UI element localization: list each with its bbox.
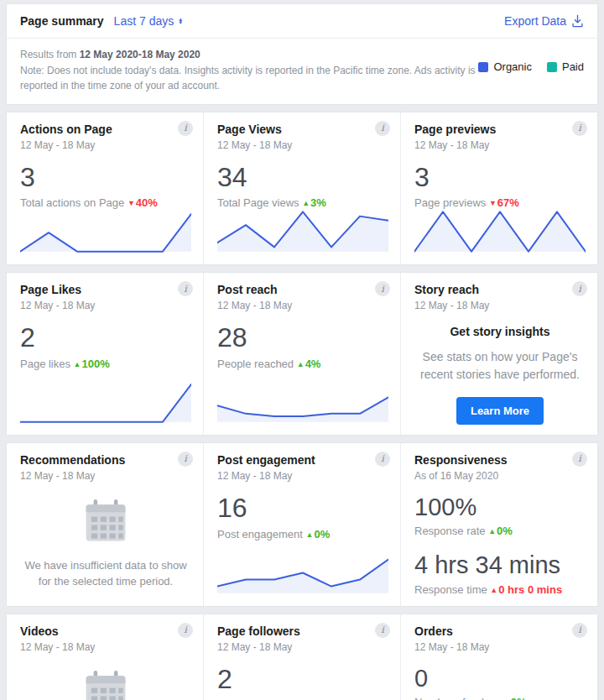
trend-up-icon: ▲ [306, 530, 314, 539]
delta-badge: ▲0% [488, 525, 513, 537]
metric-caption: People reached ▲4% [217, 358, 388, 370]
download-icon [571, 14, 584, 28]
paid-swatch-icon [547, 62, 557, 72]
metric-value: 2 [20, 324, 191, 353]
organic-swatch-icon [478, 62, 488, 72]
card-title: Page followers [217, 624, 388, 638]
promo-text: See stats on how your Page's recent stor… [419, 348, 581, 383]
export-data-label: Export Data [504, 14, 566, 28]
delta-badge: ▼67% [489, 196, 519, 209]
card-recommendations[interactable]: i Recommendations 12 May - 18 May We hav… [7, 443, 203, 606]
trend-down-icon: ▼ [489, 199, 497, 207]
cards-row-2: i Page Likes 12 May - 18 May 2 Page like… [6, 272, 598, 436]
metric-value: 0 [414, 666, 586, 691]
metric-value: 100% [414, 494, 586, 520]
sparkline-chart [217, 379, 388, 425]
info-icon[interactable]: i [375, 623, 390, 638]
card-date: 12 May - 18 May [414, 300, 586, 311]
card-date: As of 16 May 2020 [414, 470, 586, 482]
cards-row-3: i Recommendations 12 May - 18 May We hav… [6, 442, 598, 607]
card-title: Actions on Page [20, 123, 191, 136]
card-title: Videos [20, 624, 191, 638]
legend-item-paid: Paid [547, 60, 584, 73]
card-date: 12 May - 18 May [414, 641, 586, 653]
export-data-button[interactable]: Export Data [504, 14, 584, 28]
empty-state: We have insufficient data to show for th… [20, 670, 191, 700]
info-icon[interactable]: i [178, 121, 193, 136]
metric-caption: Post engagement ▲0% [217, 528, 388, 541]
card-title: Page previews [414, 123, 586, 136]
info-icon[interactable]: i [572, 623, 587, 638]
card-page-likes[interactable]: i Page Likes 12 May - 18 May 2 Page like… [7, 273, 203, 435]
cards-row-1: i Actions on Page 12 May - 18 May 3 Tota… [6, 112, 598, 266]
metric-value: 3 [20, 164, 191, 192]
timezone-note: Note: Does not include today's data. Ins… [20, 65, 476, 92]
card-title: Post engagement [217, 453, 388, 467]
metric-value: 4 hrs 34 mins [414, 552, 586, 577]
trend-up-icon: ▲ [490, 586, 497, 594]
card-orders[interactable]: i Orders 12 May - 18 May 0 Number of ord… [400, 614, 597, 700]
metric-caption: Page likes ▲100% [20, 358, 191, 370]
legend: Organic Paid [478, 47, 584, 73]
sparkline-chart [217, 209, 388, 254]
trend-up-icon: ▲ [488, 527, 496, 535]
results-prefix: Results from [20, 49, 80, 60]
info-icon[interactable]: i [375, 121, 390, 136]
results-note: Results from 12 May 2020-18 May 2020 Not… [7, 39, 597, 104]
results-date-range: 12 May 2020-18 May 2020 [80, 49, 200, 60]
date-range-label: Last 7 days [114, 14, 174, 28]
card-responsiveness[interactable]: i Responsiveness As of 16 May 2020 100% … [400, 443, 597, 606]
metric-caption: Response time ▲0 hrs 0 mins [414, 583, 586, 596]
card-date: 12 May - 18 May [20, 470, 191, 482]
metric-caption: Number of orders ▲0% [414, 696, 586, 700]
info-icon[interactable]: i [375, 452, 390, 467]
card-date: 12 May - 18 May [217, 470, 388, 482]
page-title: Page summary [20, 14, 104, 28]
card-date: 12 May - 18 May [414, 139, 586, 151]
info-icon[interactable]: i [178, 623, 193, 638]
info-icon[interactable]: i [178, 452, 193, 467]
trend-up-icon: ▲ [74, 360, 81, 368]
card-date: 12 May - 18 May [20, 139, 191, 151]
delta-badge: ▼40% [128, 196, 158, 209]
date-range-selector[interactable]: Last 7 days ▲▼ [114, 14, 184, 28]
summary-toolbar: Page summary Last 7 days ▲▼ Export Data [7, 4, 597, 39]
card-date: 12 May - 18 May [217, 641, 388, 653]
delta-badge: ▲0% [502, 696, 527, 700]
summary-header-section: Page summary Last 7 days ▲▼ Export Data … [6, 3, 598, 105]
sparkline-chart [414, 209, 586, 254]
metric-value: 28 [217, 324, 388, 353]
sparkline-chart [20, 379, 191, 425]
card-post-reach[interactable]: i Post reach 12 May - 18 May 28 People r… [203, 273, 400, 435]
info-icon[interactable]: i [572, 452, 587, 467]
page-summary-panel: Page summary Last 7 days ▲▼ Export Data … [0, 0, 604, 700]
metric-value: 2 [217, 666, 388, 694]
legend-item-organic: Organic [478, 60, 532, 73]
card-story-reach[interactable]: i Story reach 12 May - 18 May Get story … [400, 273, 597, 435]
card-post-engagement[interactable]: i Post engagement 12 May - 18 May 16 Pos… [203, 443, 400, 606]
metric-caption: Response rate ▲0% [414, 525, 586, 537]
sparkline-chart [20, 209, 191, 254]
card-title: Post reach [217, 283, 388, 296]
card-title: Story reach [414, 283, 586, 296]
card-title: Recommendations [20, 453, 191, 467]
metric-caption: Total actions on Page ▼40% [20, 196, 191, 209]
card-videos[interactable]: i Videos 12 May - 18 May We have insuffi… [7, 614, 203, 700]
delta-badge: ▲0% [306, 528, 331, 541]
calendar-icon [81, 670, 130, 700]
metric-caption: Total Page views ▲3% [217, 196, 388, 209]
trend-down-icon: ▼ [128, 199, 135, 207]
card-date: 12 May - 18 May [217, 139, 388, 151]
learn-more-button[interactable]: Learn More [456, 397, 544, 425]
info-icon[interactable]: i [572, 121, 587, 136]
promo-title: Get story insights [419, 325, 581, 338]
empty-state: We have insufficient data to show for th… [20, 499, 191, 590]
card-title: Responsiveness [414, 453, 586, 467]
delta-badge: ▲0 hrs 0 mins [490, 583, 562, 596]
metric-value: 16 [217, 494, 388, 523]
card-page-views[interactable]: i Page Views 12 May - 18 May 34 Total Pa… [203, 112, 400, 265]
card-actions-on-page[interactable]: i Actions on Page 12 May - 18 May 3 Tota… [7, 112, 203, 265]
card-page-followers[interactable]: i Page followers 12 May - 18 May 2 Page … [203, 614, 400, 700]
cards-row-4: i Videos 12 May - 18 May We have insuffi… [6, 614, 598, 700]
card-page-previews[interactable]: i Page previews 12 May - 18 May 3 Page p… [400, 112, 597, 265]
